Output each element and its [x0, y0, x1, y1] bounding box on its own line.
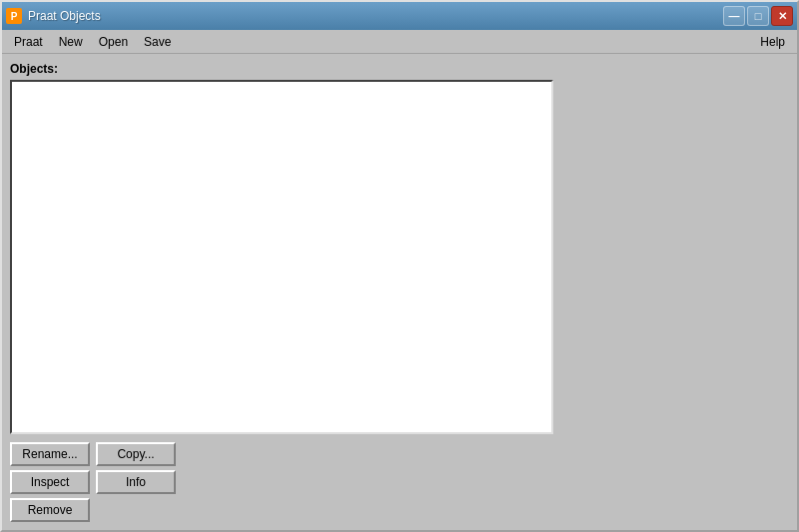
maximize-button[interactable]: □	[747, 6, 769, 26]
inspect-button[interactable]: Inspect	[10, 470, 90, 494]
menu-praat[interactable]: Praat	[6, 33, 51, 51]
title-bar: P Praat Objects — □ ✕	[2, 2, 797, 30]
app-icon-label: P	[11, 11, 18, 22]
menu-bar: Praat New Open Save Help	[2, 30, 797, 54]
left-panel: Objects: Rename... Copy... Inspect Info …	[2, 54, 561, 530]
info-button[interactable]: Info	[96, 470, 176, 494]
menu-new[interactable]: New	[51, 33, 91, 51]
objects-label: Objects:	[10, 62, 553, 76]
right-panel	[561, 54, 797, 530]
title-bar-left: P Praat Objects	[6, 8, 101, 24]
menu-open[interactable]: Open	[91, 33, 136, 51]
menu-help[interactable]: Help	[752, 33, 793, 51]
menu-save[interactable]: Save	[136, 33, 179, 51]
button-line-3: Remove	[10, 498, 553, 522]
objects-list[interactable]	[10, 80, 553, 434]
window-title: Praat Objects	[28, 9, 101, 23]
title-bar-controls: — □ ✕	[723, 6, 793, 26]
remove-button[interactable]: Remove	[10, 498, 90, 522]
button-row: Rename... Copy... Inspect Info Remove	[10, 442, 553, 522]
main-window: P Praat Objects — □ ✕ Praat New Open Sav…	[0, 0, 799, 532]
minimize-button[interactable]: —	[723, 6, 745, 26]
button-line-2: Inspect Info	[10, 470, 553, 494]
app-icon: P	[6, 8, 22, 24]
content-area: Objects: Rename... Copy... Inspect Info …	[2, 54, 797, 530]
rename-button[interactable]: Rename...	[10, 442, 90, 466]
button-line-1: Rename... Copy...	[10, 442, 553, 466]
copy-button[interactable]: Copy...	[96, 442, 176, 466]
close-button[interactable]: ✕	[771, 6, 793, 26]
